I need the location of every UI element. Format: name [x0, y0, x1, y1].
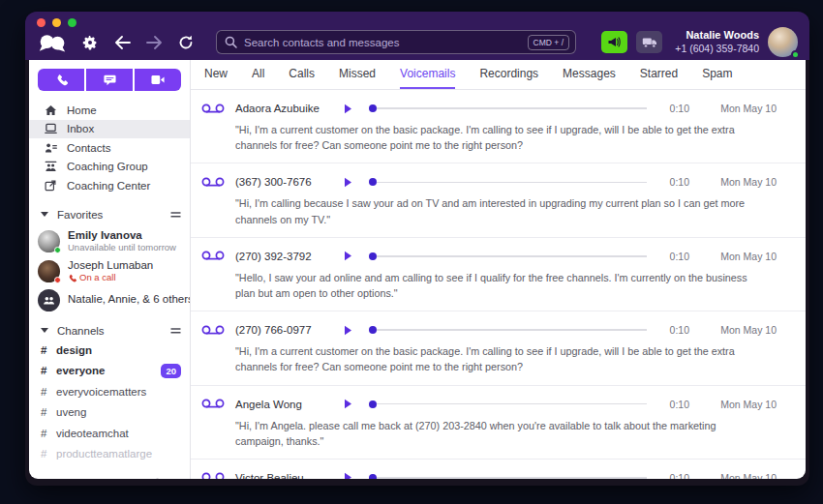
channels-section-header[interactable]: Channels: [38, 322, 181, 340]
channel-name: everyone: [56, 365, 106, 376]
sidebar-item-contacts[interactable]: Contacts: [38, 138, 181, 158]
search-bar[interactable]: CMD + /: [216, 30, 576, 54]
duration: 0:10: [660, 103, 689, 114]
voicemail-list: Adaora Azubuike 0:10 Mon May 10 "Hi, I'm…: [191, 90, 806, 479]
tab-starred[interactable]: Starred: [640, 60, 678, 89]
voicemail-row[interactable]: Angela Wong 0:10 Mon May 10 "Hi, I'm Ang…: [191, 386, 806, 460]
caller-name: Adaora Azubuike: [235, 103, 344, 114]
voicemail-row[interactable]: Adaora Azubuike 0:10 Mon May 10 "Hi, I'm…: [191, 90, 806, 163]
current-user-avatar[interactable]: [768, 27, 798, 57]
playback-progress-bar[interactable]: [369, 403, 647, 405]
tab-new[interactable]: New: [204, 60, 228, 89]
favorites-section-header[interactable]: Favorites: [38, 206, 181, 223]
forward-arrow-icon[interactable]: [144, 33, 164, 52]
duration: 0:10: [660, 472, 689, 479]
sidebar-item-label: Coaching Group: [67, 161, 148, 172]
busy-status-dot: [54, 277, 61, 283]
playback-progress-bar[interactable]: [369, 329, 647, 331]
playback-progress-bar[interactable]: [369, 182, 647, 184]
coaching-group-icon: [44, 161, 57, 172]
hash-icon: #: [41, 344, 56, 356]
current-user-info[interactable]: Natalie Woods +1 (604) 359-7840: [675, 29, 759, 55]
voicemail-icon: [201, 250, 225, 262]
search-input[interactable]: [244, 37, 521, 48]
channel-productteamatlarge[interactable]: # productteamatlarge: [38, 443, 181, 464]
channel-uveng[interactable]: # uveng: [38, 401, 181, 423]
transcript: "Hi, I'm calling because I saw your ad o…: [235, 195, 761, 226]
play-button[interactable]: [344, 177, 353, 188]
tab-spam[interactable]: Spam: [702, 60, 732, 89]
channel-name: uveng: [56, 406, 86, 418]
channel-everyone[interactable]: # everyone 20: [38, 360, 181, 381]
sidebar-item-label: Home: [67, 104, 97, 116]
call-button[interactable]: [38, 69, 84, 91]
close-window-button[interactable]: [37, 18, 46, 27]
voicemail-icon: [201, 176, 225, 189]
home-icon: [44, 104, 57, 116]
main-panel: New All Calls Missed Voicemails Recordin…: [191, 60, 806, 479]
favorite-contact-emily[interactable]: Emily Ivanova Unavailable until tomorrow: [38, 229, 181, 253]
search-recent-icon[interactable]: [153, 478, 164, 479]
reorder-icon[interactable]: [170, 211, 181, 219]
channel-design[interactable]: # design: [38, 340, 181, 361]
voicemail-row[interactable]: Victor Bealieu 0:10 Mon May 10 "Hey Nata…: [191, 460, 806, 479]
channel-everyvoicematters[interactable]: # everyvoicematters: [38, 381, 181, 402]
window-controls: [25, 12, 809, 27]
play-button[interactable]: [344, 472, 353, 479]
contact-name: Joseph Lumaban: [68, 259, 153, 273]
sidebar-item-coaching-center[interactable]: Coaching Center: [38, 176, 181, 195]
transcript: "Hello, I saw your ad online and am call…: [235, 270, 761, 301]
phone-icon: [68, 274, 76, 282]
recent-section-header[interactable]: Recent: [38, 475, 181, 479]
sidebar-item-inbox[interactable]: Inbox: [29, 120, 190, 139]
tab-missed[interactable]: Missed: [339, 60, 376, 89]
settings-gear-icon[interactable]: [80, 33, 100, 52]
back-arrow-icon[interactable]: [112, 33, 132, 52]
play-button[interactable]: [344, 104, 353, 114]
tab-calls[interactable]: Calls: [289, 60, 315, 89]
topbar-right-cluster: Natalie Woods +1 (604) 359-7840: [601, 27, 798, 57]
tab-recordings[interactable]: Recordings: [479, 60, 538, 89]
delivery-van-button[interactable]: [636, 31, 662, 53]
duration: 0:10: [660, 399, 689, 410]
playback-progress-bar[interactable]: [369, 477, 647, 479]
video-call-button[interactable]: [135, 69, 181, 91]
available-status-dot: [791, 50, 800, 59]
hash-icon: #: [41, 386, 56, 398]
date: Mon May 10: [703, 399, 777, 410]
quick-action-buttons: [38, 69, 181, 91]
date: Mon May 10: [703, 103, 777, 114]
transcript: "Hi, I'm a current customer on the basic…: [235, 343, 761, 374]
announcement-megaphone-button[interactable]: [601, 31, 627, 53]
zoom-window-button[interactable]: [68, 18, 76, 27]
duration: 0:10: [660, 176, 689, 188]
voicemail-icon: [201, 324, 225, 337]
tab-all[interactable]: All: [252, 60, 264, 89]
playback-progress-bar[interactable]: [369, 107, 647, 109]
play-button[interactable]: [344, 325, 353, 336]
playback-progress-bar[interactable]: [369, 255, 647, 257]
play-button[interactable]: [344, 251, 353, 261]
play-button[interactable]: [344, 399, 353, 409]
tab-voicemails[interactable]: Voicemails: [400, 60, 455, 89]
sidebar-item-coaching-group[interactable]: Coaching Group: [38, 158, 181, 177]
voicemail-row[interactable]: (270) 392-3792 0:10 Mon May 10 "Hello, I…: [191, 238, 806, 311]
message-button[interactable]: [86, 69, 133, 91]
sidebar-nav: Home Inbox Contacts Coaching Group Coach…: [38, 101, 181, 195]
tab-messages[interactable]: Messages: [563, 60, 616, 89]
voicemail-row[interactable]: (270) 766-0977 0:10 Mon May 10 "Hi, I'm …: [191, 311, 806, 385]
voicemail-row[interactable]: (367) 300-7676 0:10 Mon May 10 "Hi, I'm …: [191, 163, 806, 237]
favorite-group-chat[interactable]: Natalie, Annie, & 6 others: [38, 289, 181, 311]
caller-name: (270) 766-0977: [235, 324, 344, 336]
contact-status: Unavailable until tomorrow: [68, 242, 176, 252]
favorite-contact-joseph[interactable]: Joseph Lumaban On a call: [38, 259, 181, 283]
channel-videoteamchat[interactable]: # videoteamchat: [38, 423, 181, 444]
sidebar-item-home[interactable]: Home: [38, 101, 181, 120]
refresh-icon[interactable]: [176, 33, 196, 52]
reorder-icon[interactable]: [170, 327, 181, 335]
group-name: Natalie, Annie, & 6 others: [68, 293, 181, 307]
date: Mon May 10: [703, 251, 777, 262]
channel-name: design: [56, 344, 92, 356]
duration: 0:10: [660, 251, 689, 262]
minimize-window-button[interactable]: [52, 18, 61, 27]
